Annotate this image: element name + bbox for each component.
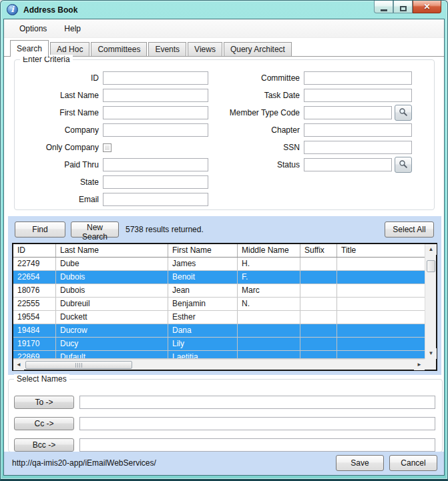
table-cell: N. (238, 298, 300, 310)
table-row[interactable]: 19554DuckettEsther (13, 311, 425, 324)
member-type-code-lookup-button[interactable] (395, 105, 412, 121)
vertical-scrollbar[interactable]: ▲ ▼ (425, 244, 436, 359)
status-input[interactable] (304, 158, 392, 171)
only-company-checkbox[interactable] (103, 143, 111, 152)
last-name-input[interactable] (103, 89, 208, 102)
table-cell: 22869 (13, 351, 56, 358)
scroll-right-icon[interactable]: ► (414, 360, 425, 370)
enter-criteria-groupbox: Enter Criteria IDLast NameFirst NameComp… (14, 59, 435, 210)
paid-thru-input[interactable] (103, 158, 208, 171)
table-cell (300, 324, 337, 337)
table-cell (337, 311, 425, 324)
tab-events[interactable]: Events (148, 42, 186, 56)
find-button[interactable]: Find (15, 221, 65, 237)
scroll-left-icon[interactable]: ◄ (13, 360, 24, 370)
chapter-input[interactable] (304, 123, 412, 137)
menu-item-help[interactable]: Help (55, 21, 89, 37)
table-cell: Dana (168, 324, 238, 337)
select-names-label: Select Names (14, 374, 69, 384)
to-input[interactable] (79, 396, 435, 409)
column-header-last-name[interactable]: Last Name (56, 244, 168, 257)
table-cell: Dubois (56, 271, 168, 284)
task-date-field-row: Task Date (222, 89, 422, 102)
criteria-left-column: IDLast NameFirst NameCompanyOnly Company… (21, 71, 208, 206)
cc-input[interactable] (79, 417, 435, 430)
table-row[interactable]: 22555DubreuilBenjaminN. (13, 298, 425, 311)
ssn-input[interactable] (304, 141, 412, 154)
select-all-button[interactable]: Select All (385, 221, 434, 237)
table-row[interactable]: 22869DufaultLaetitia (13, 351, 425, 359)
scroll-down-icon[interactable]: ▼ (425, 348, 437, 359)
table-cell (300, 258, 337, 270)
paid-thru-label: Paid Thru (21, 160, 103, 169)
table-cell (337, 284, 425, 297)
criteria-right-column: CommitteeTask DateMember Type CodeChapte… (222, 71, 422, 206)
email-input[interactable] (103, 193, 208, 206)
bcc-button[interactable]: Bcc -> (14, 438, 74, 452)
minimize-button[interactable] (374, 1, 393, 13)
table-cell: Duckett (56, 311, 168, 324)
tab-search[interactable]: Search (10, 40, 49, 57)
company-field-row: Company (21, 123, 208, 137)
column-header-id[interactable]: ID (13, 244, 56, 257)
table-cell (238, 338, 300, 350)
table-cell (238, 311, 300, 324)
cancel-button[interactable]: Cancel (389, 455, 437, 471)
first-name-input[interactable] (103, 106, 208, 119)
scroll-up-icon[interactable]: ▲ (425, 244, 437, 255)
close-button[interactable]: ✕ (413, 1, 441, 13)
maximize-button[interactable] (393, 1, 413, 13)
committee-input[interactable] (304, 71, 412, 85)
tab-ad-hoc[interactable]: Ad Hoc (50, 42, 89, 56)
table-row[interactable]: 22654DuboisBenoitF. (13, 271, 425, 284)
bcc-input[interactable] (79, 438, 435, 452)
table-row[interactable]: 18076DuboisJeanMarc (13, 284, 425, 298)
table-cell: 19554 (13, 311, 56, 324)
table-cell (337, 298, 425, 310)
table-cell: H. (238, 258, 300, 270)
company-input[interactable] (103, 123, 208, 137)
new-search-button[interactable]: New Search (71, 221, 119, 237)
vertical-scroll-thumb[interactable] (427, 260, 435, 272)
column-header-suffix[interactable]: Suffix (300, 244, 337, 257)
tab-views[interactable]: Views (188, 42, 222, 56)
scrollbar-corner (425, 359, 436, 370)
status-lookup-button[interactable] (395, 157, 412, 173)
status-bar: http://qa-imis20-app/iEmailWebServices/ … (4, 452, 444, 475)
only-company-label: Only Company (21, 143, 103, 152)
table-cell (337, 324, 425, 337)
table-cell: 18076 (13, 284, 56, 297)
column-header-middle-name[interactable]: Middle Name (238, 244, 300, 257)
table-cell: Lily (168, 338, 238, 350)
cc-button[interactable]: Cc -> (14, 417, 74, 430)
state-input[interactable] (103, 175, 208, 189)
table-cell (238, 351, 300, 358)
client-area: OptionsHelp SearchAd HocCommitteesEvents… (3, 19, 445, 476)
table-cell: 19484 (13, 324, 56, 337)
table-cell: Benoit (168, 271, 238, 284)
titlebar[interactable]: i Address Book ✕ (1, 1, 447, 19)
tab-query-architect[interactable]: Query Architect (224, 42, 292, 56)
minimize-icon (381, 9, 387, 11)
to-button[interactable]: To -> (14, 396, 74, 409)
webservice-url-text: http://qa-imis20-app/iEmailWebServices/ (12, 458, 156, 468)
table-cell: 22749 (13, 258, 56, 270)
table-cell (337, 351, 425, 358)
ssn-field-row: SSN (222, 141, 422, 154)
column-header-first-name[interactable]: First Name (168, 244, 238, 257)
tab-committees[interactable]: Committees (91, 42, 147, 56)
horizontal-scrollbar[interactable]: ◄ ► (13, 359, 425, 370)
menu-item-options[interactable]: Options (11, 21, 55, 37)
email-field-row: Email (21, 193, 208, 206)
save-button[interactable]: Save (336, 455, 384, 471)
horizontal-scroll-thumb[interactable] (25, 361, 132, 369)
id-input[interactable] (103, 71, 208, 85)
table-row[interactable]: 19484DucrowDana (13, 324, 425, 338)
table-row[interactable]: 22749DubeJamesH. (13, 258, 425, 271)
column-header-title[interactable]: Title (337, 244, 425, 257)
member-type-code-input[interactable] (304, 106, 392, 119)
paid-thru-field-row: Paid Thru (21, 158, 208, 171)
table-cell: Dufault (56, 351, 168, 358)
task-date-input[interactable] (304, 89, 412, 102)
table-row[interactable]: 19170DucyLily (13, 338, 425, 351)
